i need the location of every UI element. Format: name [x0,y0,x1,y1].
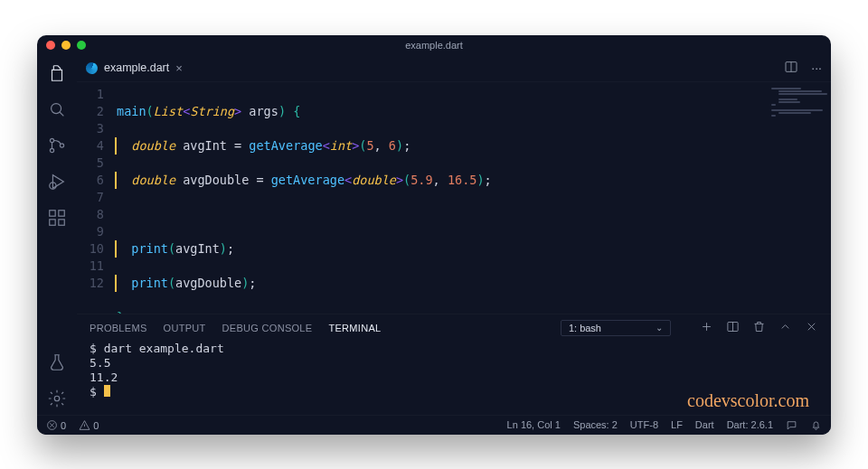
panel-tab-terminal[interactable]: TERMINAL [328,323,381,333]
tab-label: example.dart [104,61,169,74]
dart-file-icon [84,61,99,76]
svg-rect-7 [59,219,64,224]
code-content[interactable]: main(List<String> args) { double avgInt … [117,82,506,314]
status-eol[interactable]: LF [671,419,683,430]
editor-actions: ··· [784,55,831,81]
vscode-window: example.dart [37,35,831,435]
new-terminal-icon[interactable] [700,320,713,336]
status-sdk[interactable]: Dart: 2.6.1 [727,419,773,430]
status-spaces[interactable]: Spaces: 2 [573,419,618,430]
svg-point-3 [60,143,63,146]
window-title: example.dart [37,40,831,51]
status-errors[interactable]: 0 [46,419,66,431]
status-cursor[interactable]: Ln 16, Col 1 [507,419,561,430]
minimap[interactable] [766,82,831,314]
notifications-bell-icon[interactable] [810,419,822,431]
svg-point-2 [50,148,53,152]
terminal-selector-label: 1: bash [569,323,601,333]
window-controls [46,41,86,50]
source-control-icon[interactable] [46,135,68,156]
titlebar: example.dart [37,35,831,55]
terminal-selector[interactable]: 1: bash ⌄ [561,320,671,336]
activity-bar [37,55,77,415]
svg-rect-8 [59,210,64,215]
testing-icon[interactable] [46,352,68,373]
split-editor-icon[interactable] [784,60,798,77]
close-panel-icon[interactable] [805,320,818,336]
svg-rect-5 [50,210,55,215]
editor-area: 123 456 789 101112 main(List<String> arg… [77,82,831,314]
svg-point-1 [50,138,53,142]
feedback-icon[interactable] [786,419,797,431]
panel-tab-output[interactable]: OUTPUT [164,323,206,333]
status-warnings[interactable]: 0 [79,419,99,431]
extensions-icon[interactable] [46,207,68,229]
status-encoding[interactable]: UTF-8 [630,419,658,430]
svg-point-9 [54,396,60,401]
svg-point-0 [52,103,61,113]
close-tab-icon[interactable]: × [175,61,183,75]
terminal-cursor [104,385,110,397]
tab-example-dart[interactable]: example.dart × [77,55,192,81]
panel-tab-problems[interactable]: PROBLEMS [90,323,147,333]
search-icon[interactable] [46,98,68,120]
split-terminal-icon[interactable] [726,320,740,336]
maximize-panel-icon[interactable] [778,320,792,336]
svg-rect-6 [50,219,55,224]
line-gutter: 123 456 789 101112 [77,82,117,314]
more-actions-icon[interactable]: ··· [811,61,822,75]
kill-terminal-icon[interactable] [752,320,766,336]
terminal-content[interactable]: $ dart example.dart 5.5 11.2 $ [77,342,831,415]
bottom-panel: PROBLEMS OUTPUT DEBUG CONSOLE TERMINAL 1… [77,314,831,415]
panel-tab-debug[interactable]: DEBUG CONSOLE [222,323,313,333]
close-window-button[interactable] [46,41,55,50]
explorer-icon[interactable] [46,62,68,84]
status-bar: 0 0 Ln 16, Col 1 Spaces: 2 UTF-8 LF Dart… [37,415,831,435]
settings-gear-icon[interactable] [46,388,68,409]
minimize-window-button[interactable] [61,41,71,50]
status-lang[interactable]: Dart [695,419,714,430]
chevron-down-icon: ⌄ [656,323,663,333]
editor-tabs: example.dart × ··· [77,55,831,82]
debug-icon[interactable] [46,171,68,192]
zoom-window-button[interactable] [77,41,86,50]
